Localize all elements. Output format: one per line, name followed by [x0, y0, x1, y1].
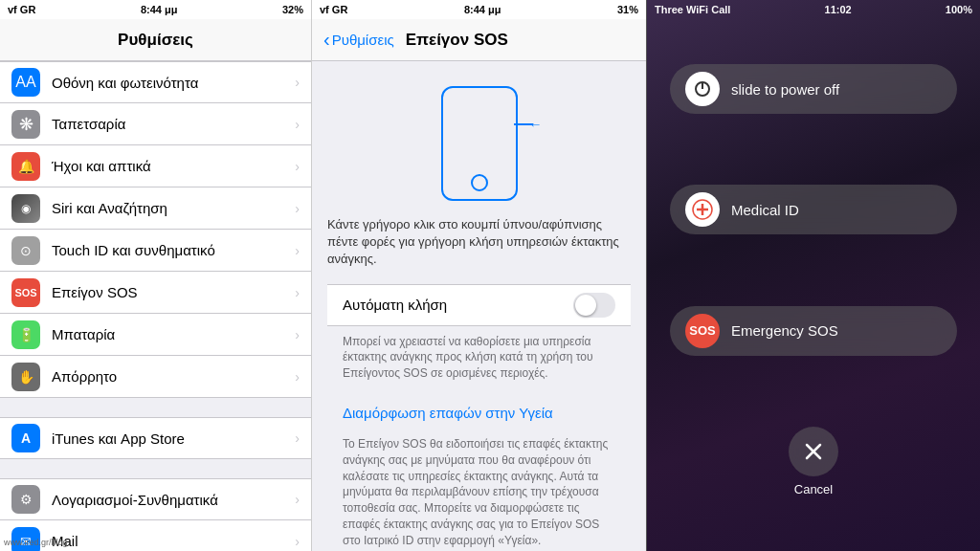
chevron-icon: › [295, 117, 300, 132]
settings-row-privacy[interactable]: ✋ Απόρρητο › [0, 356, 311, 398]
carrier-1: vf GR [8, 4, 35, 15]
chevron-icon: › [295, 430, 300, 446]
power-off-button[interactable]: slide to power off [670, 64, 957, 114]
chevron-icon: › [295, 243, 300, 258]
watermark: www.ired.gr/blog [4, 538, 68, 547]
chevron-icon: › [295, 492, 300, 507]
power-off-label: slide to power off [731, 81, 839, 98]
accounts-label: Λογαριασμοί-Συνθηματικά [52, 492, 295, 508]
cancel-button[interactable] [789, 427, 838, 476]
itunes-label: iTunes και App Store [52, 430, 295, 447]
display-label: Οθόνη και φωτεινότητα [52, 75, 295, 91]
time-1: 8:44 μμ [141, 4, 178, 15]
phone-diagram: ← [327, 86, 631, 201]
privacy-label: Απόρρητο [52, 368, 295, 385]
chevron-icon: › [295, 327, 300, 342]
section-gap-1 [0, 398, 311, 417]
cancel-wrapper: Cancel [789, 427, 838, 496]
battery-2: 31% [617, 4, 638, 15]
battery-1: 32% [282, 4, 303, 15]
medical-id-label: Medical ID [731, 202, 799, 218]
settings-row-battery[interactable]: 🔋 Μπαταρία › [0, 314, 311, 356]
accounts-icon: ⚙ [11, 485, 40, 514]
itunes-icon: A [11, 424, 40, 452]
phone-outline: ← [441, 86, 518, 201]
settings-row-touchid[interactable]: ⊙ Touch ID και συνθηματικό › [0, 230, 311, 272]
nav-bar-1: Ρυθμίσεις [0, 19, 311, 61]
toggle-label: Αυτόματη κλήση [343, 297, 573, 313]
nav-bar-2: ‹ Ρυθμίσεις Επείγον SOS [312, 19, 646, 61]
battery-label: Μπαταρία [52, 326, 295, 342]
page-title-2: Επείγον SOS [406, 31, 508, 50]
wallpaper-label: Ταπετσαρία [52, 116, 295, 132]
status-bar-1: vf GR 8:44 μμ 32% [0, 0, 311, 19]
sos-lock-icon: SOS [685, 314, 720, 348]
status-bar-3: Three WiFi Call 11:02 100% [647, 0, 980, 19]
time-2: 8:44 μμ [464, 4, 501, 15]
touchid-label: Touch ID και συνθηματικό [52, 242, 295, 258]
chevron-icon: › [295, 159, 300, 174]
settings-row-sounds[interactable]: 🔔 Ήχοι και απτικά › [0, 145, 311, 187]
sos-content: ← Κάντε γρήγορο κλικ στο κουμπί ύπνου/αφ… [312, 61, 646, 551]
section-gap-2 [0, 459, 311, 478]
chevron-icon: › [295, 534, 300, 549]
settings-row-display[interactable]: AA Οθόνη και φωτεινότητα › [0, 61, 311, 103]
siri-icon: ◉ [11, 194, 40, 223]
emergency-sos-label: Emergency SOS [731, 322, 838, 339]
medical-icon [685, 192, 720, 227]
power-icon [685, 72, 720, 106]
settings-section-2: A iTunes και App Store › [0, 417, 311, 459]
chevron-icon: › [295, 285, 300, 300]
sos-footer-text: Το Επείγον SOS θα ειδοποιήσει τις επαφές… [327, 429, 631, 551]
back-label[interactable]: Ρυθμίσεις [332, 32, 394, 48]
toggle-description: Μπορεί να χρειαστεί να καθορίσετε μια υπ… [327, 326, 631, 389]
chevron-icon: › [295, 369, 300, 385]
side-button-arrow: ← [514, 117, 543, 132]
settings-row-siri[interactable]: ◉ Siri και Αναζήτηση › [0, 187, 311, 230]
toggle-row: Αυτόματη κλήση [327, 284, 631, 326]
battery-icon: 🔋 [11, 320, 40, 349]
panel2-sos: vf GR 8:44 μμ 31% ‹ Ρυθμίσεις Επείγον SO… [311, 0, 646, 551]
carrier-3: Three WiFi Call [655, 4, 730, 15]
settings-row-sos[interactable]: SOS Επείγον SOS › [0, 272, 311, 314]
page-title-1: Ρυθμίσεις [118, 31, 193, 50]
back-button[interactable]: ‹ Ρυθμίσεις [323, 29, 394, 51]
emergency-sos-button[interactable]: SOS Emergency SOS [670, 306, 957, 356]
cancel-label: Cancel [794, 482, 833, 496]
sos-icon: SOS [11, 278, 40, 307]
siri-label: Siri και Αναζήτηση [52, 200, 295, 216]
wallpaper-icon: ❋ [11, 110, 40, 139]
time-3: 11:02 [825, 4, 852, 15]
toggle-knob [575, 295, 596, 316]
chevron-left-icon: ‹ [323, 29, 330, 51]
settings-row-accounts[interactable]: ⚙ Λογαριασμοί-Συνθηματικά › [0, 478, 311, 520]
arrow-icon: ← [529, 117, 543, 132]
status-bar-2: vf GR 8:44 μμ 31% [312, 0, 646, 19]
display-icon: AA [11, 68, 40, 97]
touchid-icon: ⊙ [11, 236, 40, 265]
sos-label: Επείγον SOS [52, 284, 295, 300]
settings-list: AA Οθόνη και φωτεινότητα › ❋ Ταπετσαρία … [0, 61, 311, 551]
settings-row-itunes[interactable]: A iTunes και App Store › [0, 417, 311, 459]
battery-3: 100% [946, 4, 972, 15]
panel3-lockscreen: Three WiFi Call 11:02 100% slide to powe… [646, 0, 980, 551]
home-button-diagram [471, 174, 488, 191]
carrier-2: vf GR [320, 4, 347, 15]
mail-label: Mail [52, 533, 295, 549]
auto-call-toggle[interactable] [573, 293, 615, 318]
chevron-icon: › [295, 201, 300, 216]
chevron-icon: › [295, 75, 300, 90]
sounds-icon: 🔔 [11, 152, 40, 181]
panel1-settings: vf GR 8:44 μμ 32% Ρυθμίσεις AA Οθόνη και… [0, 0, 311, 551]
privacy-icon: ✋ [11, 363, 40, 391]
sounds-label: Ήχοι και απτικά [52, 158, 295, 174]
settings-row-wallpaper[interactable]: ❋ Ταπετσαρία › [0, 103, 311, 145]
sos-description: Κάντε γρήγορο κλικ στο κουμπί ύπνου/αφύπ… [327, 216, 631, 269]
lock-controls: slide to power off Medical ID SOS Emerge… [647, 19, 980, 551]
settings-section-1: AA Οθόνη και φωτεινότητα › ❋ Ταπετσαρία … [0, 61, 311, 398]
medical-id-button[interactable]: Medical ID [670, 185, 957, 234]
health-link[interactable]: Διαμόρφωση επαφών στην Υγεία [327, 397, 631, 429]
